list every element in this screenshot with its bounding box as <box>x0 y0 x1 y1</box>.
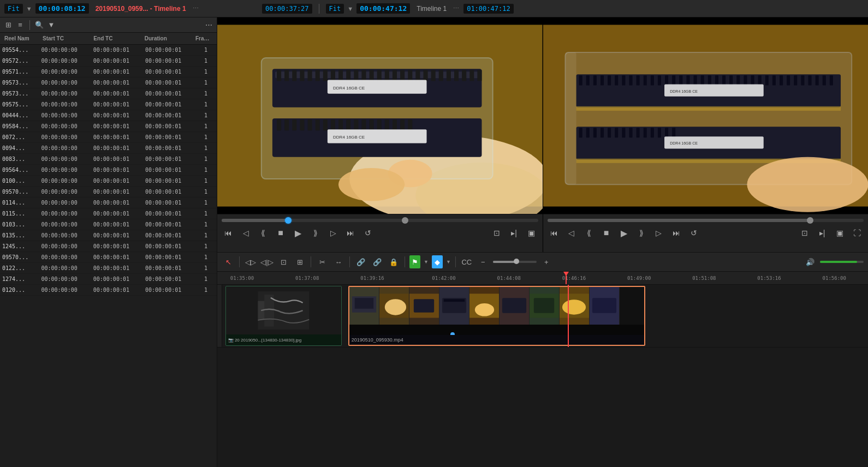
program-step-back-btn[interactable]: ◁ <box>565 226 578 240</box>
source-dropdown-arrow[interactable]: ▼ <box>26 5 32 12</box>
program-fit-label[interactable]: Fit <box>326 4 344 14</box>
bin-row[interactable]: 0135... 00:00:00:00 00:00:00:01 00:00:00… <box>0 230 217 241</box>
source-timecode[interactable]: 00:00:08:12 <box>35 3 89 14</box>
slip-edit-btn[interactable]: ⊡ <box>277 255 290 268</box>
source-scrubber-handle[interactable] <box>285 217 292 224</box>
source-step-back-btn[interactable]: ◁ <box>239 226 252 240</box>
ripple-edit-btn[interactable]: ◁▷ <box>244 255 257 268</box>
bin-row[interactable]: 09572... 00:00:00:00 00:00:00:01 00:00:0… <box>0 56 217 67</box>
add-edit-btn[interactable]: 🔒 <box>387 255 400 268</box>
ruler-playhead[interactable] <box>566 272 567 284</box>
plus-zoom-btn[interactable]: + <box>540 255 553 268</box>
program-dropdown-arrow[interactable]: ▼ <box>347 5 353 12</box>
minus-zoom-btn[interactable]: − <box>477 255 490 268</box>
bin-row[interactable]: 0115... 00:00:00:00 00:00:00:01 00:00:00… <box>0 208 217 219</box>
program-menu-icon[interactable]: ⋯ <box>453 5 459 12</box>
program-go-to-start-btn[interactable]: ⏮ <box>548 226 561 240</box>
source-menu-icon[interactable]: ⋯ <box>193 5 199 12</box>
linked-selection-btn[interactable]: 🔗 <box>371 255 384 268</box>
program-timecode[interactable]: 00:00:47:12 <box>356 3 410 14</box>
marker-btn[interactable]: ◆ <box>432 255 443 268</box>
program-scrubber-handle[interactable] <box>807 217 813 224</box>
source-fit-label[interactable]: Fit <box>4 4 23 14</box>
program-stop-btn[interactable]: ■ <box>600 226 613 240</box>
bin-row[interactable]: 0120... 00:00:00:00 00:00:00:01 00:00:00… <box>0 285 217 296</box>
source-stop-btn[interactable]: ■ <box>274 226 287 240</box>
source-play-btn[interactable]: ▶ <box>292 226 305 240</box>
source-next-edit-btn[interactable]: ▸| <box>508 226 521 240</box>
bin-row[interactable]: 00444... 00:00:00:00 00:00:00:01 00:00:0… <box>0 110 217 121</box>
bin-row[interactable]: 0100... 00:00:00:00 00:00:00:01 00:00:00… <box>0 176 217 187</box>
col-header-reel[interactable]: Reel Nam <box>2 35 40 41</box>
bin-row[interactable]: 09554... 00:00:00:00 00:00:00:01 00:00:0… <box>0 45 217 56</box>
program-go-to-end-btn[interactable]: ⏭ <box>670 226 683 240</box>
flag-dropdown[interactable]: ▼ <box>424 259 429 265</box>
program-scrubber-bar[interactable] <box>548 219 864 222</box>
search-icon[interactable]: 🔍 <box>34 20 44 30</box>
filter-icon[interactable]: ▼ <box>46 20 56 30</box>
source-go-to-start-btn[interactable]: ⏮ <box>222 226 235 240</box>
bin-row[interactable]: 1245... 00:00:00:00 00:00:00:01 00:00:00… <box>0 241 217 252</box>
video-clip-block[interactable]: 20190510_095930.mp4 <box>348 286 645 346</box>
program-video-display[interactable]: DDR4 16GB CE <box>543 17 869 214</box>
program-step-fwd-btn[interactable]: ▷ <box>652 226 665 240</box>
program-match-frame-btn[interactable]: ▣ <box>833 226 846 240</box>
flag-btn[interactable]: ⚑ <box>409 255 420 268</box>
source-go-to-end-btn[interactable]: ⏭ <box>344 226 357 240</box>
bin-row[interactable]: 0083... 00:00:00:00 00:00:00:01 00:00:00… <box>0 154 217 165</box>
timeline-tracks[interactable]: 📷 20 2019050...[134830-134830].jpg <box>217 285 868 467</box>
bin-row[interactable]: 0094... 00:00:00:00 00:00:00:01 00:00:00… <box>0 143 217 154</box>
track-content[interactable]: 📷 20 2019050...[134830-134830].jpg <box>222 285 868 347</box>
bin-row[interactable]: 0122... 00:00:00:00 00:00:00:01 00:00:00… <box>0 263 217 274</box>
grid-view-icon[interactable]: ⊞ <box>3 20 13 30</box>
col-header-end[interactable]: End TC <box>91 35 142 41</box>
volume-slider[interactable] <box>820 261 864 263</box>
col-header-start[interactable]: Start TC <box>40 35 91 41</box>
bin-row[interactable]: 09573... 00:00:00:00 00:00:00:01 00:00:0… <box>0 77 217 88</box>
source-scrubber-handle2[interactable] <box>402 217 408 224</box>
list-view-icon[interactable]: ≡ <box>15 20 25 30</box>
bin-row[interactable]: 09571... 00:00:00:00 00:00:00:01 00:00:0… <box>0 67 217 77</box>
zoom-slider[interactable] <box>493 261 537 263</box>
select-tool-btn[interactable]: ↖ <box>222 255 235 268</box>
marker-dropdown[interactable]: ▼ <box>446 259 451 265</box>
program-loop-btn[interactable]: ↺ <box>687 226 700 240</box>
bin-row[interactable]: 09573... 00:00:00:00 00:00:00:01 00:00:0… <box>0 88 217 99</box>
col-header-duration[interactable]: Duration <box>142 35 193 41</box>
source-jkl-fwd-btn[interactable]: ⟫ <box>309 226 322 240</box>
track-select-fwd-btn[interactable]: ↔ <box>332 255 345 268</box>
source-safe-margins-btn[interactable]: ⊡ <box>490 226 503 240</box>
program-safe-margins-btn[interactable]: ⊡ <box>798 226 811 240</box>
bin-list[interactable]: 09554... 00:00:00:00 00:00:00:01 00:00:0… <box>0 45 217 467</box>
bin-row[interactable]: 0103... 00:00:00:00 00:00:00:01 00:00:00… <box>0 219 217 230</box>
bin-row[interactable]: 09570... 00:00:00:00 00:00:00:01 00:00:0… <box>0 187 217 197</box>
program-next-edit-btn[interactable]: ▸| <box>816 226 829 240</box>
bin-row[interactable]: 0114... 00:00:00:00 00:00:00:01 00:00:00… <box>0 197 217 208</box>
snap-toggle-btn[interactable]: 🔗 <box>354 255 367 268</box>
bin-row[interactable]: 0072... 00:00:00:00 00:00:00:01 00:00:00… <box>0 132 217 143</box>
audio-icon[interactable]: 🔊 <box>804 255 817 268</box>
source-loop-btn[interactable]: ↺ <box>361 226 374 240</box>
more-options-icon[interactable]: ⋯ <box>204 20 213 30</box>
bin-row[interactable]: 09570... 00:00:00:00 00:00:00:01 00:00:0… <box>0 252 217 263</box>
source-match-frame-btn[interactable]: ▣ <box>525 226 538 240</box>
source-jkl-back-btn[interactable]: ⟪ <box>257 226 270 240</box>
source-video-display[interactable]: DDR4 16GB CE <box>217 17 543 214</box>
slide-edit-btn[interactable]: ⊞ <box>293 255 306 268</box>
col-header-frames[interactable]: Frames <box>193 35 215 41</box>
program-jkl-back-btn[interactable]: ⟪ <box>582 226 596 240</box>
bin-row[interactable]: 09564... 00:00:00:00 00:00:00:01 00:00:0… <box>0 165 217 176</box>
captions-btn[interactable]: CC <box>460 255 473 268</box>
razor-tool-btn[interactable]: ✂ <box>316 255 329 268</box>
bin-row[interactable]: 1274... 00:00:00:00 00:00:00:01 00:00:00… <box>0 274 217 285</box>
source-step-fwd-btn[interactable]: ▷ <box>326 226 340 240</box>
bin-row[interactable]: 09584... 00:00:00:00 00:00:00:01 00:00:0… <box>0 121 217 132</box>
source-scrubber-bar[interactable] <box>222 219 538 222</box>
zoom-handle[interactable] <box>514 259 519 264</box>
bin-row[interactable]: 09575... 00:00:00:00 00:00:00:01 00:00:0… <box>0 99 217 110</box>
program-fullscreen-btn[interactable]: ⛶ <box>851 226 864 240</box>
image-clip-block[interactable]: 📷 20 2019050...[134830-134830].jpg <box>225 286 342 346</box>
program-jkl-fwd-btn[interactable]: ⟫ <box>635 226 648 240</box>
program-play-btn[interactable]: ▶ <box>617 226 631 240</box>
roll-edit-btn[interactable]: ◁|▷ <box>260 255 274 268</box>
